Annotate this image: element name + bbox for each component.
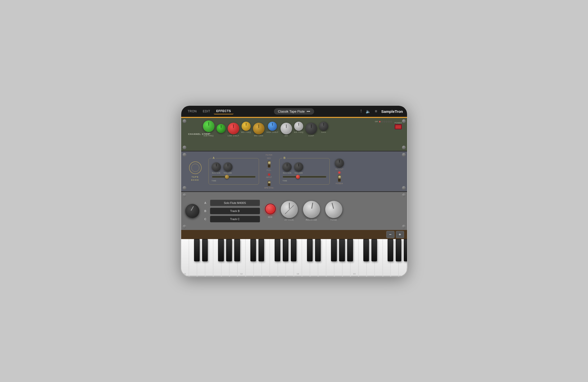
bpm-sync-knob (268, 181, 271, 183)
echo-b-time-thumb[interactable] (296, 175, 300, 179)
preset-menu-dots[interactable]: ••• (307, 110, 310, 113)
mix-button[interactable] (265, 204, 276, 214)
key-as4[interactable] (404, 239, 407, 261)
high-shelf-sub-label: HIGH SHELF (267, 131, 278, 133)
key-gs4[interactable] (396, 239, 401, 261)
track-list: A Solo Flute M400S B Track B C Track C (204, 200, 260, 222)
filter-toggle-knob (268, 161, 271, 164)
speaker-icon[interactable]: 🔈 (366, 109, 371, 114)
power-button[interactable] (395, 124, 402, 129)
track-letter-b: B (204, 209, 208, 213)
echo-a-volume-label: VOLUME (224, 172, 232, 174)
echo-a-sustain-knob[interactable] (212, 162, 221, 172)
sub-knob[interactable] (203, 120, 215, 132)
echo-screw-tr (402, 153, 406, 157)
tone-knob[interactable] (323, 199, 344, 220)
key-cs4[interactable] (363, 239, 369, 261)
echo-a-volume-knob[interactable] (223, 162, 232, 172)
bpm-sync-toggle[interactable] (268, 181, 271, 186)
key-fs2[interactable] (275, 239, 280, 261)
echo-a-volume-group: VOLUME (223, 162, 232, 174)
comp-label: COMP (308, 135, 314, 137)
air-freq-knob[interactable] (294, 122, 303, 131)
key-ds2[interactable] (258, 239, 264, 261)
comp-knob[interactable] (305, 123, 317, 134)
output-label: OUTPUT (335, 168, 343, 170)
echo-a-label: A (212, 156, 216, 159)
key-cs2[interactable] (250, 239, 256, 261)
output-knob[interactable] (335, 159, 344, 168)
echo-right-controls: OUTPUT POWER (335, 159, 344, 184)
echo-b-volume-knob[interactable] (294, 162, 303, 172)
alert-icon[interactable]: ! (361, 109, 362, 114)
echo-middle-controls: FILTER DRY FULL INPUT BPM SYNC (262, 154, 276, 189)
echo-power-toggle[interactable] (338, 175, 341, 182)
air-knob-group: AIR (280, 123, 292, 137)
key-gs3[interactable] (339, 239, 345, 261)
low-shelf-knob[interactable] (228, 123, 239, 134)
gain-knob[interactable] (319, 122, 328, 131)
top-bar: TRON EDIT EFFECTS Classik Tape Flute •••… (181, 106, 407, 117)
echo-section-b: B SUSTAIN VOLUME TIME (279, 158, 330, 185)
key-gs1[interactable] (226, 239, 232, 261)
key-fs4[interactable] (388, 239, 393, 261)
preset-pill[interactable]: Classik Tape Flute ••• (274, 108, 314, 115)
echo-b-time-track[interactable] (283, 176, 326, 178)
echo-b-time-slider-area: TIME (283, 176, 326, 182)
track-button-a[interactable]: Solo Flute M400S (210, 200, 260, 206)
track-button-b[interactable]: Track B (210, 208, 260, 214)
octave-up-button[interactable]: + (396, 231, 404, 238)
track-button-c[interactable]: Track C (210, 216, 260, 222)
release-knob[interactable] (301, 200, 321, 220)
attack-knob[interactable] (281, 201, 298, 218)
tab-effects[interactable]: EFFECTS (214, 108, 233, 114)
filter-toggle[interactable] (268, 161, 271, 168)
key-fs1[interactable] (218, 239, 224, 261)
key-ds1[interactable] (202, 239, 208, 261)
air-knob[interactable] (280, 123, 292, 134)
key-as1[interactable] (234, 239, 240, 261)
tab-edit[interactable]: EDIT (200, 109, 213, 114)
octave-down-button[interactable]: − (386, 231, 394, 238)
high-shelf-knob[interactable] (268, 122, 277, 131)
screw-tr (402, 119, 406, 123)
gr-dots (379, 121, 392, 122)
gr-dot-2 (381, 121, 383, 122)
top-right-icons: ! 🔈 ≡ SampleTron (361, 109, 403, 114)
echo-power-label: POWER (336, 183, 343, 184)
channel-strip-section: CHANNEL STRIP GR POWER (181, 118, 407, 151)
echo-section-a: A SUSTAIN VOLUME TIME (208, 158, 259, 185)
echo-a-time-track[interactable] (212, 176, 256, 178)
gr-section: GR (375, 120, 392, 123)
tape-echo-section: TAPEECHO A SUSTAIN VOLUME (181, 152, 407, 191)
input-label: INPUT (266, 176, 272, 178)
key-c1[interactable]: C1 (181, 239, 189, 276)
filter-label: FILTER (266, 154, 272, 156)
track-selector-knob[interactable] (185, 204, 199, 218)
menu-icon[interactable]: ≡ (375, 109, 377, 114)
sub-freq-knob[interactable] (217, 124, 226, 133)
tape-echo-label: TAPEECHO (185, 161, 205, 181)
echo-a-controls: SUSTAIN VOLUME (212, 162, 256, 174)
tab-tron[interactable]: TRON (185, 109, 199, 114)
key-cs1[interactable] (194, 239, 200, 261)
comp-knob-group: COMP (305, 123, 317, 137)
key-ds3[interactable] (315, 239, 321, 261)
key-gs2[interactable] (283, 239, 288, 261)
mid-freq-knob[interactable] (242, 122, 251, 131)
full-label: FULL (267, 169, 271, 171)
key-as2[interactable] (291, 239, 296, 261)
key-cs3[interactable] (307, 239, 313, 261)
track-row-a: A Solo Flute M400S (204, 200, 260, 206)
echo-b-sustain-knob[interactable] (283, 162, 292, 172)
echo-b-label: B (283, 156, 287, 159)
key-fs3[interactable] (331, 239, 337, 261)
echo-b-controls: SUSTAIN VOLUME (283, 162, 326, 174)
key-ds4[interactable] (371, 239, 377, 261)
keyboard-area: − + C1 C2 (181, 230, 407, 276)
mid-gain-knob[interactable] (253, 123, 265, 134)
air-freq-sub-label: AIR FREQ (294, 131, 303, 133)
sub-freq-knob-group (217, 124, 226, 133)
key-as3[interactable] (347, 239, 353, 261)
echo-a-time-thumb[interactable] (225, 175, 229, 179)
